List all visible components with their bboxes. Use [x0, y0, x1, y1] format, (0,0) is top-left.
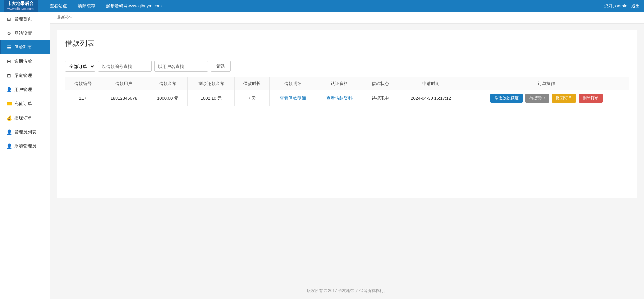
cell-duration: 7 天: [234, 90, 269, 106]
cell-cert: 查看借款资料: [316, 90, 363, 106]
filter-row: 全部订单 待审核 已通过 已拒绝 筛选: [65, 61, 629, 72]
col-loan-id: 借款编号: [65, 77, 100, 90]
col-duration: 借款时长: [234, 77, 269, 90]
btn-modify-limit[interactable]: 修改放款额度: [490, 94, 523, 103]
topbar-nav: 查看站点 清除缓存 起步源码网www.qibuym.com: [44, 0, 604, 12]
username-input[interactable]: [154, 61, 208, 72]
col-cert: 认证资料: [316, 77, 363, 90]
sidebar-item-withdraw[interactable]: 💰 提现订单: [0, 111, 50, 125]
home-icon: ⊞: [6, 16, 12, 22]
main-content: 最新公告： 借款列表 全部订单 待审核 已通过 已拒绝 筛选: [50, 12, 644, 299]
detail-link[interactable]: 查看借款明细: [280, 96, 306, 101]
page-title: 借款列表: [65, 38, 629, 54]
topbar-right: 您好, admin 退出: [604, 3, 640, 9]
col-status: 借款状态: [363, 77, 398, 90]
sidebar: ⊞ 管理首页 ⚙ 网站设置 ☰ 借款列表 ⊟ 逾期借款 ⊡ 渠道管理 👤 用户管…: [0, 12, 50, 299]
sidebar-label-recharge: 充值订单: [14, 101, 32, 107]
sidebar-label-admin-list: 管理员列表: [14, 129, 36, 135]
page-card: 借款列表 全部订单 待审核 已通过 已拒绝 筛选: [57, 30, 637, 198]
sidebar-item-users[interactable]: 👤 用户管理: [0, 83, 50, 97]
sidebar-item-home[interactable]: ⊞ 管理首页: [0, 12, 50, 26]
cell-status: 待提现中: [363, 90, 398, 106]
notice-label: 最新公告：: [57, 15, 77, 20]
topbar: 卡友地带后台 www.qibuym.com 查看站点 清除缓存 起步源码网www…: [0, 0, 644, 12]
sidebar-item-overdue[interactable]: ⊟ 逾期借款: [0, 54, 50, 69]
btn-delete-order[interactable]: 删除订单: [579, 94, 603, 103]
sidebar-item-channel[interactable]: ⊡ 渠道管理: [0, 69, 50, 83]
sidebar-label-withdraw: 提现订单: [14, 115, 32, 121]
sidebar-label-channel: 渠道管理: [14, 73, 32, 79]
sidebar-label-users: 用户管理: [14, 87, 32, 93]
logo-sub: www.qibuym.com: [7, 7, 34, 11]
notice-bar: 最新公告：: [50, 12, 644, 24]
sidebar-label-settings: 网站设置: [14, 30, 32, 36]
footer: 版权所有 © 2017 卡友地带 并保留所有权利。: [50, 283, 644, 299]
col-amount: 借款金额: [148, 77, 188, 90]
sidebar-label-loan-list: 借款列表: [14, 44, 32, 50]
content-area: 借款列表 全部订单 待审核 已通过 已拒绝 筛选: [50, 24, 644, 283]
sidebar-item-site-settings[interactable]: ⚙ 网站设置: [0, 26, 50, 40]
col-user: 借款用户: [100, 77, 148, 90]
withdraw-icon: 💰: [6, 115, 12, 121]
list-icon: ☰: [6, 45, 12, 50]
sidebar-item-admin-list[interactable]: 👤 管理员列表: [0, 125, 50, 139]
order-type-select[interactable]: 全部订单 待审核 已通过 已拒绝: [65, 61, 95, 72]
cell-apply-time: 2024-04-30 16:17:12: [398, 90, 464, 106]
col-actions: 订单操作: [464, 77, 629, 90]
btn-revoke-order[interactable]: 撤回订单: [552, 94, 576, 103]
overdue-icon: ⊟: [6, 59, 12, 64]
table-row: 117 18812345678 1000.00 元 1002.10 元 7 天 …: [65, 90, 629, 106]
sidebar-item-add-admin[interactable]: 👤 添加管理员: [0, 139, 50, 153]
settings-icon: ⚙: [6, 31, 12, 36]
cert-link[interactable]: 查看借款资料: [326, 96, 353, 101]
cell-detail: 查看借款明细: [269, 90, 316, 106]
cell-user: 18812345678: [100, 90, 148, 106]
footer-text: 版权所有 © 2017 卡友地带 并保留所有权利。: [307, 288, 388, 293]
sidebar-label-overdue: 逾期借款: [14, 58, 32, 65]
recharge-icon: 💳: [6, 101, 12, 106]
nav-source-link[interactable]: 起步源码网www.qibuym.com: [101, 0, 167, 12]
sidebar-label-home: 管理首页: [14, 16, 32, 22]
admin-list-icon: 👤: [6, 129, 12, 135]
btn-pending-withdraw[interactable]: 待提现中: [525, 94, 549, 103]
loan-table: 借款编号 借款用户 借款金额 剩余还款金额 借款时长 借款明细 认证资料 借款状…: [65, 77, 629, 106]
filter-button[interactable]: 筛选: [211, 61, 231, 72]
channel-icon: ⊡: [6, 73, 12, 78]
logout-link[interactable]: 退出: [631, 3, 640, 9]
logo-title: 卡友地带后台: [7, 1, 34, 7]
user-icon: 👤: [6, 87, 12, 92]
col-remaining: 剩余还款金额: [188, 77, 234, 90]
logo: 卡友地带后台 www.qibuym.com: [4, 0, 38, 12]
sidebar-label-add-admin: 添加管理员: [14, 143, 36, 149]
col-detail: 借款明细: [269, 77, 316, 90]
cell-amount: 1000.00 元: [148, 90, 188, 106]
layout: ⊞ 管理首页 ⚙ 网站设置 ☰ 借款列表 ⊟ 逾期借款 ⊡ 渠道管理 👤 用户管…: [0, 12, 644, 299]
sidebar-item-loan-list[interactable]: ☰ 借款列表: [0, 40, 50, 54]
col-apply-time: 申请时间: [398, 77, 464, 90]
nav-clear-cache[interactable]: 清除缓存: [72, 0, 101, 12]
add-admin-icon: 👤: [6, 143, 12, 149]
greeting-text: 您好, admin: [604, 3, 627, 9]
sidebar-item-recharge[interactable]: 💳 充值订单: [0, 97, 50, 111]
cell-remaining: 1002.10 元: [188, 90, 234, 106]
loan-no-input[interactable]: [98, 61, 152, 72]
cell-actions: 修改放款额度 待提现中 撤回订单 删除订单: [464, 90, 629, 106]
cell-loan-id: 117: [65, 90, 100, 106]
nav-view-site[interactable]: 查看站点: [44, 0, 72, 12]
